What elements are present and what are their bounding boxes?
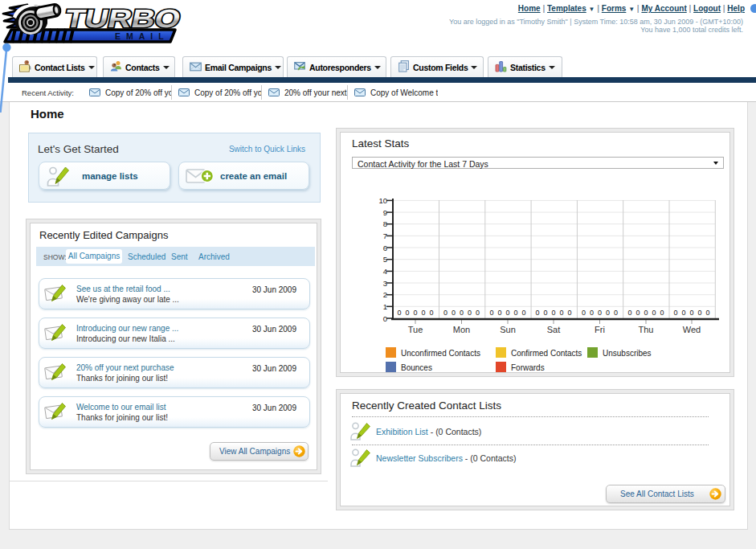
svg-text:0: 0 (468, 309, 472, 317)
svg-text:Forwards: Forwards (511, 363, 545, 372)
svg-text:2: 2 (383, 290, 387, 299)
svg-text:7: 7 (383, 231, 387, 240)
svg-text:0: 0 (513, 309, 517, 317)
svg-text:Mon: Mon (453, 325, 470, 334)
svg-text:0: 0 (614, 309, 618, 317)
svg-text:0: 0 (413, 309, 417, 317)
svg-text:0: 0 (476, 309, 480, 317)
svg-text:0: 0 (489, 309, 493, 317)
svg-text:0: 0 (652, 309, 656, 317)
svg-text:0: 0 (543, 309, 547, 317)
svg-text:Wed: Wed (683, 325, 701, 334)
svg-text:0: 0 (705, 309, 709, 317)
svg-text:0: 0 (567, 309, 571, 317)
svg-text:0: 0 (606, 309, 610, 317)
svg-text:4: 4 (383, 267, 387, 276)
svg-text:Unsubscribes: Unsubscribes (603, 349, 652, 358)
svg-text:0: 0 (521, 309, 525, 317)
svg-text:3: 3 (383, 279, 387, 288)
svg-text:0: 0 (551, 309, 555, 317)
svg-text:0: 0 (443, 309, 447, 317)
svg-text:0: 0 (405, 309, 409, 317)
svg-text:0: 0 (421, 309, 425, 317)
svg-text:0: 0 (559, 309, 563, 317)
svg-text:5: 5 (383, 255, 387, 264)
svg-text:Fri: Fri (595, 325, 605, 334)
svg-text:0: 0 (505, 309, 509, 317)
svg-text:TURBO: TURBO (63, 4, 184, 33)
svg-text:Unconfirmed Contacts: Unconfirmed Contacts (401, 349, 480, 358)
svg-text:Tue: Tue (408, 325, 423, 334)
svg-text:0: 0 (582, 309, 586, 317)
svg-text:Thu: Thu (639, 325, 654, 334)
svg-text:0: 0 (497, 309, 501, 317)
svg-text:0: 0 (397, 309, 401, 317)
svg-text:0: 0 (635, 309, 640, 317)
svg-text:Sun: Sun (500, 325, 516, 334)
svg-text:6: 6 (383, 244, 387, 252)
svg-text:0: 0 (452, 309, 456, 317)
svg-text:8: 8 (383, 219, 387, 228)
svg-text:0: 0 (429, 309, 433, 317)
svg-text:0: 0 (644, 309, 648, 317)
svg-text:0: 0 (681, 309, 685, 317)
svg-text:0: 0 (689, 309, 693, 317)
svg-text:0: 0 (627, 309, 631, 317)
svg-text:1: 1 (383, 302, 387, 311)
svg-text:Sat: Sat (547, 325, 561, 334)
svg-text:Bounces: Bounces (401, 363, 432, 372)
svg-text:0: 0 (697, 309, 701, 317)
svg-text:9: 9 (383, 208, 387, 217)
svg-text:0: 0 (590, 309, 594, 317)
svg-text:0: 0 (598, 309, 602, 317)
svg-text:0: 0 (535, 309, 539, 317)
svg-text:10: 10 (378, 196, 387, 205)
svg-text:0: 0 (660, 309, 664, 317)
svg-text:Confirmed Contacts: Confirmed Contacts (511, 349, 582, 358)
svg-text:0: 0 (383, 314, 387, 323)
svg-text:0: 0 (460, 309, 464, 317)
svg-text:0: 0 (673, 309, 677, 317)
